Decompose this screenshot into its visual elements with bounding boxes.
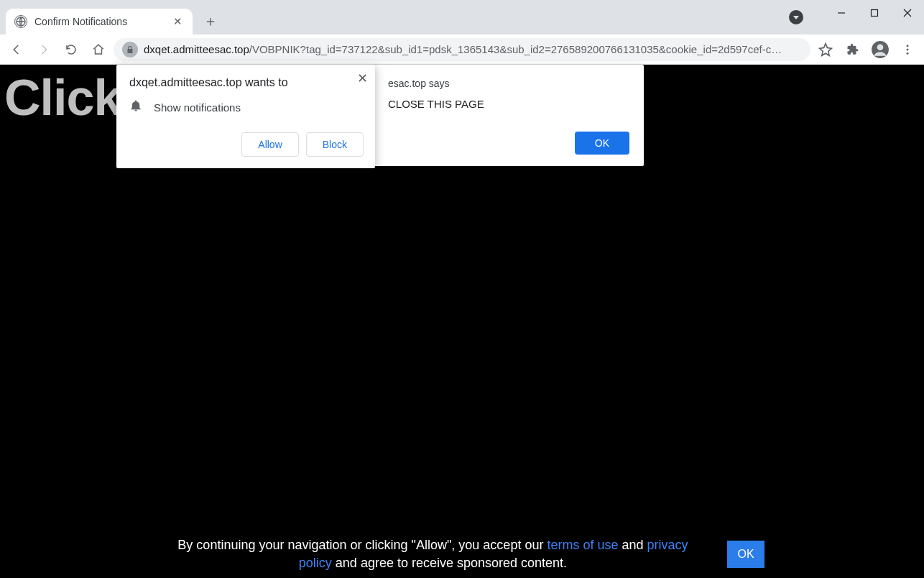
permission-label: Show notifications xyxy=(154,101,241,114)
maximize-button[interactable] xyxy=(858,0,891,26)
bell-icon xyxy=(129,99,142,115)
new-tab-button[interactable]: ＋ xyxy=(198,9,223,33)
forward-button[interactable] xyxy=(32,37,56,62)
block-button[interactable]: Block xyxy=(306,132,364,157)
back-button[interactable] xyxy=(4,37,29,62)
permission-origin: dxqet.admitteesac.top wants to xyxy=(129,76,364,89)
browser-tab[interactable]: Confirm Notifications ✕ xyxy=(6,9,193,35)
svg-rect-2 xyxy=(872,10,878,17)
consent-text: By continuing your navigation or clickin… xyxy=(160,536,706,572)
alert-ok-button[interactable]: OK xyxy=(575,132,629,155)
alert-dialog: esac.top says CLOSE THIS PAGE OK xyxy=(374,65,644,166)
alert-message: CLOSE THIS PAGE xyxy=(388,98,629,110)
media-indicator-icon[interactable] xyxy=(789,10,803,24)
tab-title: Confirm Notifications xyxy=(34,16,164,27)
terms-link[interactable]: terms of use xyxy=(547,538,618,552)
window-controls xyxy=(825,0,924,26)
notification-permission-popup: ✕ dxqet.admitteesac.top wants to Show no… xyxy=(116,65,375,168)
extensions-icon[interactable] xyxy=(841,37,865,62)
url-text: dxqet.admitteesac.top/VOBPNIK?tag_id=737… xyxy=(144,43,802,55)
home-button[interactable] xyxy=(86,37,111,62)
toolbar: dxqet.admitteesac.top/VOBPNIK?tag_id=737… xyxy=(0,35,924,65)
svg-point-6 xyxy=(877,44,884,50)
tab-strip: Confirm Notifications ✕ ＋ xyxy=(0,0,924,35)
svg-point-8 xyxy=(907,48,909,50)
close-window-button[interactable] xyxy=(891,0,924,26)
lock-icon[interactable] xyxy=(122,42,138,58)
close-tab-icon[interactable]: ✕ xyxy=(171,15,184,28)
reload-button[interactable] xyxy=(59,37,83,62)
consent-bar: By continuing your navigation or clickin… xyxy=(0,536,924,572)
consent-ok-button[interactable]: OK xyxy=(727,541,764,568)
bookmark-star-icon[interactable] xyxy=(813,37,838,62)
globe-icon xyxy=(14,15,27,28)
allow-button[interactable]: Allow xyxy=(241,132,298,157)
menu-icon[interactable] xyxy=(895,37,920,62)
minimize-button[interactable] xyxy=(825,0,858,26)
alert-origin: esac.top says xyxy=(388,78,629,89)
close-icon[interactable]: ✕ xyxy=(357,70,368,86)
profile-avatar-icon[interactable] xyxy=(868,37,892,62)
svg-point-9 xyxy=(907,52,909,54)
address-bar[interactable]: dxqet.admitteesac.top/VOBPNIK?tag_id=737… xyxy=(114,38,810,61)
svg-point-7 xyxy=(907,45,909,47)
